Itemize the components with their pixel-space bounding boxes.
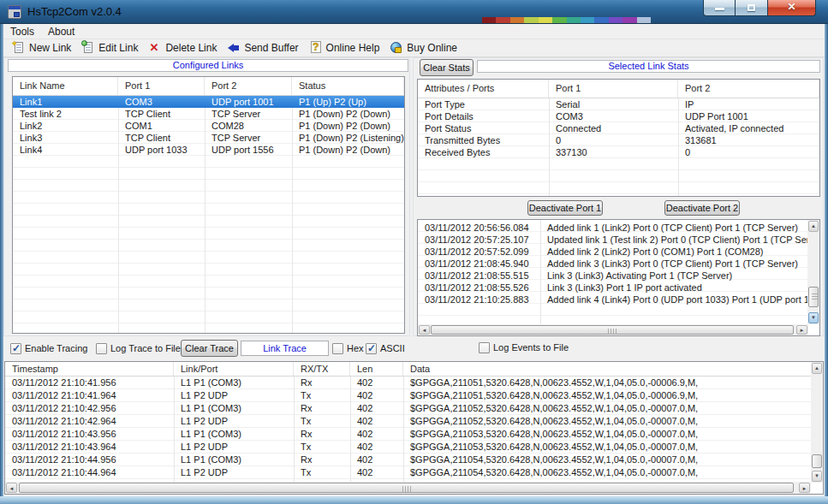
trace-row[interactable]: 03/11/2012 21:10:41.964 L1 P2 UDP Tx 402… (5, 389, 823, 402)
trace-row[interactable]: 03/11/2012 21:10:43.964 L1 P2 UDP Tx 402… (5, 441, 823, 454)
event-log-vscrollbar[interactable]: ▲ ▼ (807, 220, 819, 324)
scroll-left-icon[interactable]: ◄ (419, 325, 430, 335)
event-row[interactable]: 03/11/2012 21:08:55.515 Link 3 (Link3) A… (418, 270, 808, 282)
event-row[interactable]: 03/11/2012 20:57:25.107 Updated link 1 (… (418, 234, 808, 246)
configured-links-header: Link Name Port 1 Port 2 Status (13, 77, 404, 96)
scroll-left-icon[interactable]: ◄ (6, 483, 17, 493)
configured-links-body: Link1 COM3 UDP port 1001 P1 (Up) P2 (Up)… (13, 96, 404, 334)
column-header[interactable]: Port 1 (118, 77, 205, 95)
deactivate-port2-button[interactable]: Deactivate Port 2 (664, 200, 740, 216)
edit-link-icon (81, 41, 95, 55)
event-log-hscrollbar[interactable]: ◄ ► (418, 324, 808, 335)
close-button[interactable]: ✕ (768, 0, 816, 16)
new-link-button[interactable]: ✦ New Link (9, 40, 78, 56)
column-header[interactable]: Attributes / Ports (418, 80, 549, 98)
link-row[interactable]: Link2 COM1 COM28 P1 (Down) P2 (Down) (13, 120, 404, 132)
scroll-right-icon[interactable]: ► (796, 325, 807, 335)
trace-row[interactable]: 03/11/2012 21:10:42.964 L1 P2 UDP Tx 402… (5, 415, 823, 428)
event-log-body: 03/11/2012 20:56:56.084 Added link 1 (Li… (418, 220, 808, 324)
stat-row[interactable]: Port Status Connected Activated, IP conn… (418, 122, 819, 134)
maximize-button[interactable] (736, 0, 768, 16)
stat-row[interactable]: Port Type Serial IP (418, 98, 819, 110)
event-row[interactable]: 03/11/2012 21:10:25.883 Added link 4 (Li… (418, 294, 808, 305)
column-header[interactable]: RX/TX (294, 362, 350, 376)
desktop-glass-reflection (482, 17, 651, 23)
link-stats-title: Selected Link Stats (477, 60, 820, 73)
menu-bar: Tools About (3, 24, 825, 39)
ascii-checkbox[interactable] (366, 343, 377, 354)
scroll-right-icon[interactable]: ► (799, 483, 810, 493)
stat-row[interactable]: Port Details COM3 UDP Port 1001 (418, 110, 819, 122)
log-events-label: Log Events to File (493, 341, 569, 354)
minimize-button[interactable] (703, 0, 736, 16)
scroll-thumb[interactable] (808, 287, 819, 307)
send-buffer-label: Send Buffer (244, 42, 298, 54)
column-header[interactable]: Link Name (13, 77, 118, 95)
window-border-bottom (0, 496, 828, 504)
online-help-button[interactable]: ? Online Help (306, 40, 387, 56)
event-row[interactable]: 03/11/2012 20:56:56.084 Added link 1 (Li… (418, 222, 808, 234)
menu-tools[interactable]: Tools (3, 24, 41, 39)
column-header[interactable]: Port 1 (549, 80, 678, 98)
buy-online-button[interactable]: Buy Online (386, 40, 464, 56)
log-trace-checkbox[interactable] (96, 343, 107, 354)
link-row[interactable]: Link3 TCP Client TCP Server P1 (Down) P2… (13, 132, 404, 144)
enable-tracing-label: Enable Tracing (25, 342, 87, 355)
trace-row[interactable]: 03/11/2012 21:10:43.956 L1 P1 (COM3) Rx … (5, 428, 823, 441)
trace-table-header: Timestamp Link/Port RX/TX Len Data (5, 362, 823, 377)
window-controls: ✕ (703, 0, 816, 16)
trace-table: Timestamp Link/Port RX/TX Len Data 03/11… (4, 361, 824, 495)
send-buffer-button[interactable]: Send Buffer (223, 40, 305, 56)
link-row[interactable]: Link1 COM3 UDP port 1001 P1 (Up) P2 (Up) (13, 96, 404, 108)
scroll-up-icon[interactable]: ▲ (808, 221, 819, 232)
column-header[interactable]: Link/Port (174, 362, 294, 376)
link-row[interactable]: Test link 2 TCP Client TCP Server P1 (Do… (13, 108, 404, 120)
delete-link-button[interactable]: ✕ Delete Link (145, 40, 223, 56)
event-row[interactable]: 03/11/2012 21:08:45.940 Added link 3 (Li… (418, 258, 808, 270)
trace-hscrollbar[interactable]: ◄ ► (5, 482, 811, 494)
trace-row[interactable]: 03/11/2012 21:10:44.964 L1 P2 UDP Tx 402… (5, 466, 823, 479)
scroll-down-icon[interactable]: ▼ (808, 312, 819, 323)
scroll-thumb[interactable] (431, 325, 794, 335)
buy-online-label: Buy Online (407, 42, 457, 54)
scroll-down-icon[interactable]: ▼ (812, 471, 822, 482)
hex-label: Hex (347, 342, 364, 355)
stat-row[interactable]: Received Bytes 337130 0 (418, 146, 819, 158)
scroll-thumb[interactable] (19, 483, 794, 493)
scroll-thumb[interactable] (812, 454, 822, 468)
app-icon (8, 5, 21, 19)
trace-vscrollbar[interactable]: ▲ ▼ (811, 362, 823, 483)
event-row[interactable]: 03/11/2012 21:08:55.526 Link 3 (Link3) P… (418, 282, 808, 294)
column-header[interactable]: Len (350, 362, 403, 376)
column-header[interactable]: Status (292, 77, 404, 95)
trace-row[interactable]: 03/11/2012 21:10:44.956 L1 P1 (COM3) Rx … (5, 454, 823, 466)
trace-title: Link Trace (241, 341, 329, 356)
send-buffer-icon (227, 41, 241, 55)
clear-trace-button[interactable]: Clear Trace (181, 340, 238, 357)
clear-stats-button[interactable]: Clear Stats (420, 59, 474, 76)
new-link-label: New Link (29, 42, 71, 54)
hex-checkbox[interactable] (332, 343, 343, 354)
enable-tracing-checkbox[interactable] (10, 343, 21, 354)
column-header[interactable]: Data (403, 362, 823, 376)
edit-link-button[interactable]: Edit Link (78, 40, 145, 56)
menu-about[interactable]: About (41, 24, 81, 39)
stat-row[interactable]: Transmitted Bytes 0 313681 (418, 134, 819, 146)
deactivate-port1-button[interactable]: Deactivate Port 1 (527, 200, 603, 216)
column-header[interactable]: Port 2 (205, 77, 292, 95)
configured-links-title: Configured Links (8, 59, 408, 72)
scroll-up-icon[interactable]: ▲ (812, 363, 822, 374)
toolbar: ✦ New Link Edit Link ✕ Delete Link Send … (3, 39, 825, 57)
configured-links-table: Link Name Port 1 Port 2 Status Link1 COM… (12, 76, 405, 334)
column-header[interactable]: Timestamp (5, 362, 174, 376)
trace-row[interactable]: 03/11/2012 21:10:42.956 L1 P1 (COM3) Rx … (5, 402, 823, 415)
link-row[interactable]: Link4 UDP port 1033 UDP port 1556 P1 (Do… (13, 144, 404, 156)
online-help-label: Online Help (326, 42, 380, 54)
trace-row[interactable]: 03/11/2012 21:10:41.956 L1 P1 (COM3) Rx … (5, 377, 823, 389)
ascii-label: ASCII (380, 342, 405, 355)
log-trace-label: Log Trace to File (110, 342, 181, 355)
log-events-checkbox[interactable] (479, 342, 490, 353)
event-row[interactable]: 03/11/2012 20:57:52.099 Added link 2 (Li… (418, 246, 808, 258)
link-stats-table: Attributes / Ports Port 1 Port 2 Port Ty… (417, 79, 820, 197)
column-header[interactable]: Port 2 (678, 80, 819, 98)
